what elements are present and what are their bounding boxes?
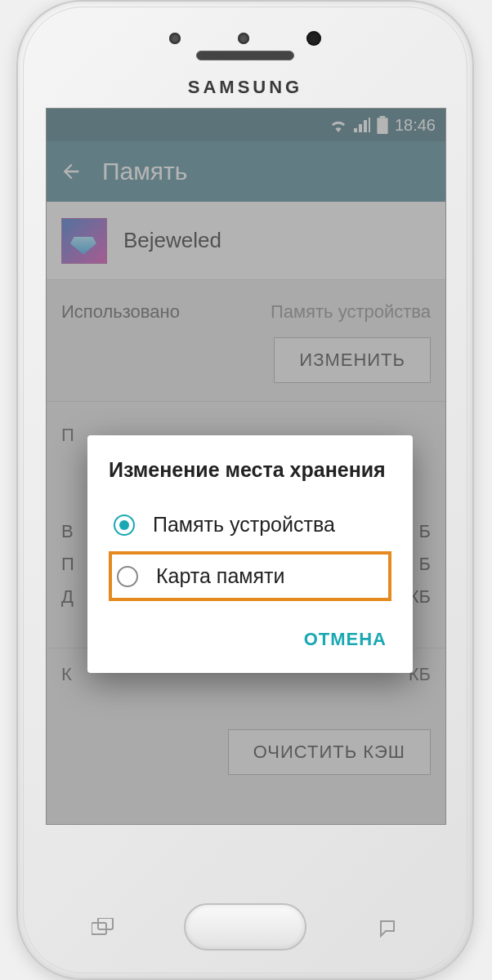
recent-apps-icon[interactable] <box>92 918 116 936</box>
speaker-slot <box>196 51 294 60</box>
radio-label-sdcard: Карта памяти <box>156 564 284 588</box>
dialog-title: Изменение места хранения <box>109 458 391 482</box>
home-button[interactable] <box>184 903 306 951</box>
screen: 18:46 Память Bejeweled Использовано Памя… <box>46 108 446 825</box>
phone-frame: SAMSUNG 18:46 Память Bejeweled Испо <box>16 0 474 980</box>
radio-option-device-storage[interactable]: Память устройства <box>109 503 391 546</box>
sensor-dot <box>238 33 249 44</box>
storage-change-dialog: Изменение места хранения Память устройст… <box>87 435 413 673</box>
radio-checked-icon <box>114 514 135 536</box>
radio-option-sd-card[interactable]: Карта памяти <box>115 559 385 593</box>
radio-unchecked-icon <box>117 566 138 587</box>
sensor-dot <box>169 33 181 44</box>
brand-logo: SAMSUNG <box>18 77 472 98</box>
front-camera <box>306 31 321 46</box>
cancel-button[interactable]: ОТМЕНА <box>299 621 391 658</box>
back-nav-icon[interactable] <box>376 916 399 939</box>
highlighted-option: Карта памяти <box>109 551 391 601</box>
radio-label-device: Память устройства <box>153 513 335 537</box>
